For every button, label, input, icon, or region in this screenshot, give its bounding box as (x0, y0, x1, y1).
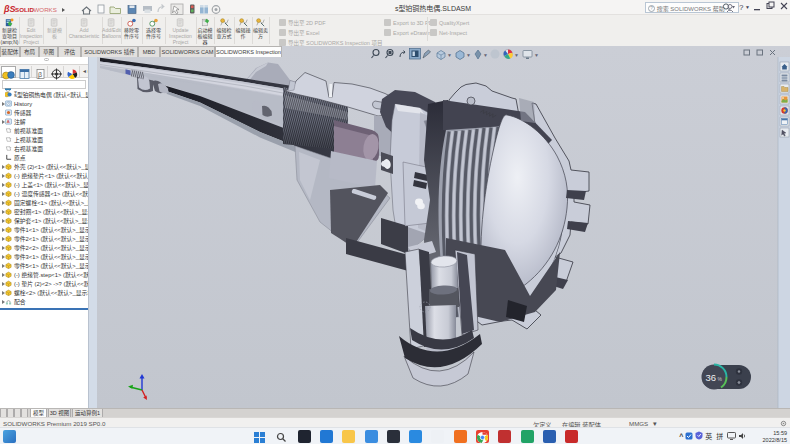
svg-text:?: ? (650, 6, 653, 11)
svg-text:▼: ▼ (447, 52, 452, 58)
svg-text:▼: ▼ (745, 4, 750, 10)
svg-text:SOLID: SOLID (15, 6, 34, 13)
svg-text:36: 36 (706, 372, 717, 383)
svg-text:?: ? (739, 3, 744, 12)
svg-text:β: β (38, 71, 42, 79)
svg-text:▼: ▼ (514, 52, 519, 58)
svg-text:▼: ▼ (483, 52, 488, 58)
svg-text:A: A (7, 119, 10, 124)
svg-text:WORKS: WORKS (34, 6, 57, 13)
svg-text:βS: βS (3, 4, 16, 14)
svg-text:▼: ▼ (466, 52, 471, 58)
svg-text:▼: ▼ (534, 52, 539, 58)
svg-text:%: % (718, 376, 723, 382)
